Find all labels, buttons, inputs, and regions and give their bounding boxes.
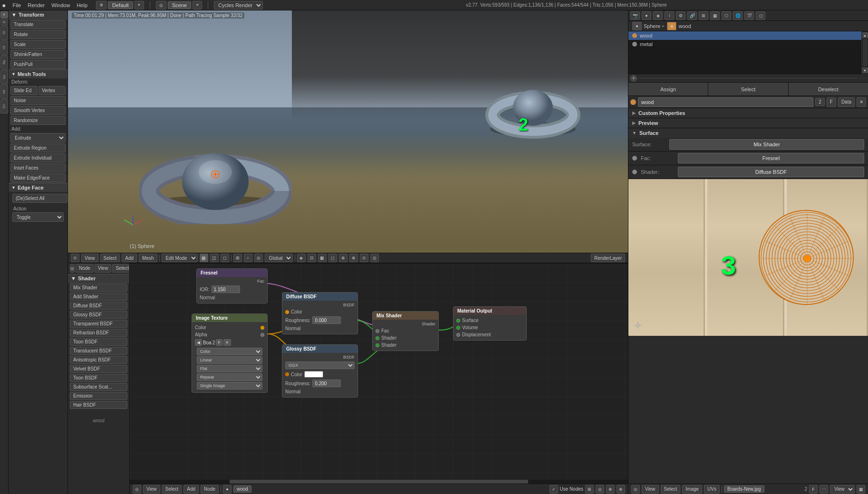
ne-icon-4[interactable]: ⊗: [617, 485, 625, 494]
translate-btn[interactable]: Translate: [10, 20, 66, 29]
rp-scene-icon[interactable]: ◻: [756, 11, 765, 20]
push-pull-btn[interactable]: PushPull: [10, 60, 66, 69]
tab-uv[interactable]: UV: [0, 99, 8, 114]
ne-icon-3[interactable]: ⊕: [606, 485, 615, 494]
rp-uvs-menu[interactable]: UVs: [704, 485, 720, 494]
ne-icon-1[interactable]: ⊞: [585, 485, 594, 494]
vertex-btn[interactable]: Vertex: [39, 86, 66, 95]
img-prev-btn[interactable]: ◀: [195, 339, 202, 346]
ne-hscrollbar-thumb[interactable]: [230, 480, 529, 484]
view-icon-7[interactable]: ⊙: [360, 254, 368, 262]
emission-btn[interactable]: Emission: [70, 392, 127, 400]
view-icon-6[interactable]: ⊗: [349, 254, 358, 262]
translucent-bsdf-btn[interactable]: Translucent BSDF: [70, 347, 127, 355]
mat-name-input[interactable]: [638, 97, 813, 107]
view-icon-5[interactable]: ⊕: [339, 254, 347, 262]
ne-bottom-icon[interactable]: ◎: [133, 485, 141, 494]
rp-physics-icon[interactable]: ⚙: [676, 11, 685, 20]
glossy-color-swatch[interactable]: [304, 371, 323, 378]
rp-dots[interactable]: ⋯: [820, 485, 828, 494]
img-f-btn[interactable]: F: [216, 339, 222, 346]
view-icon-1[interactable]: ◈: [297, 254, 306, 262]
view-icon-3[interactable]: ▦: [318, 254, 327, 262]
renderlayer-btn[interactable]: RenderLayer: [591, 254, 625, 262]
custom-props-title[interactable]: ▶ Custom Properties: [628, 108, 868, 118]
proportional-icon[interactable]: ○: [244, 254, 252, 262]
edit-mode-select[interactable]: Edit Mode: [162, 254, 198, 262]
snap-icon[interactable]: ⊞: [233, 254, 242, 262]
image-tex-header[interactable]: Image Texture: [192, 314, 267, 322]
pivot-icon[interactable]: ◎: [254, 254, 263, 262]
slide-ed-btn[interactable]: Slide Ed: [10, 86, 38, 95]
rp-f-btn[interactable]: F: [809, 485, 818, 494]
material-item-metal[interactable]: metal: [628, 40, 868, 48]
mat-data-btn[interactable]: Data: [838, 97, 855, 107]
mat-x-btn[interactable]: ✕: [857, 97, 866, 107]
select-menu[interactable]: Select: [100, 254, 120, 262]
rp-data-icon[interactable]: ▦: [710, 11, 720, 20]
randomize-btn[interactable]: Randomize: [10, 116, 66, 125]
add-menu[interactable]: Add: [122, 254, 137, 262]
shader-value-btn[interactable]: Diffuse BSDF: [678, 167, 864, 177]
flat-select[interactable]: Flat: [197, 365, 262, 372]
preview-title[interactable]: ▶ Preview: [628, 118, 868, 128]
diffuse-bsdf-btn[interactable]: Diffuse BSDF: [70, 302, 127, 310]
shrink-flatten-btn[interactable]: Shrink/Fatten: [10, 50, 66, 59]
mix-shader-btn[interactable]: Mix Shader: [70, 284, 127, 292]
transform-section-header[interactable]: ▼ Transform: [9, 10, 68, 19]
viewport-mode-icon[interactable]: ⊙: [71, 254, 79, 262]
view-menu[interactable]: View: [81, 254, 98, 262]
mesh-menu[interactable]: Mesh: [139, 254, 157, 262]
scene-name[interactable]: Scene: [168, 1, 191, 9]
ne-add-menu-btn[interactable]: Add: [183, 485, 199, 494]
mesh-face-icon[interactable]: ◻: [221, 254, 229, 262]
ne-mat-icon[interactable]: ●: [223, 485, 231, 494]
view-icon-2[interactable]: ⊡: [308, 254, 316, 262]
extrude-individual-btn[interactable]: Extrude Individual: [10, 153, 66, 162]
rotate-btn[interactable]: Rotate: [10, 30, 66, 39]
scene-close[interactable]: ✕: [193, 1, 202, 10]
tab-sculpt[interactable]: Sc: [0, 40, 8, 55]
rp-world-icon[interactable]: 🌐: [733, 11, 743, 20]
toon-bsdf-btn2[interactable]: Toon BSDF: [70, 374, 127, 382]
mat-scroll-down[interactable]: ▼: [862, 67, 868, 73]
diffuse-header[interactable]: Diffuse BSDF: [282, 293, 357, 301]
tab-anim[interactable]: An: [0, 85, 8, 99]
menu-file[interactable]: File: [10, 1, 24, 9]
single-image-select[interactable]: Single Image: [197, 382, 262, 390]
ne-icon-2[interactable]: ◎: [596, 485, 604, 494]
tab-retopo[interactable]: Re: [0, 55, 8, 69]
menu-help[interactable]: Help: [74, 1, 90, 9]
layout-icon[interactable]: ⊞: [96, 1, 106, 10]
shader-section-header[interactable]: ▼ Shader: [68, 274, 129, 283]
action-select[interactable]: Toggle: [12, 212, 64, 222]
ne-select-menu[interactable]: Select: [112, 264, 130, 273]
view-icon-4[interactable]: ◻: [328, 254, 337, 262]
glossy-roughness-input[interactable]: [312, 380, 341, 387]
mix-shader-header[interactable]: Mix Shader: [373, 312, 438, 320]
deselect-all-btn[interactable]: (De)Select All: [12, 194, 68, 203]
repeat-select[interactable]: Repeat: [197, 373, 262, 381]
mat-scroll-up[interactable]: ▲: [862, 32, 868, 38]
ne-node-menu[interactable]: Node: [76, 264, 94, 273]
add-shader-btn[interactable]: Add Shader: [70, 293, 127, 301]
rp-particle-icon[interactable]: ⁞: [665, 11, 674, 20]
transparent-bsdf-btn[interactable]: Transparent BSDF: [70, 320, 127, 328]
material-item-wood[interactable]: wood: [628, 31, 868, 40]
extrude-select[interactable]: Extrude: [10, 133, 66, 142]
glossy-dist-select[interactable]: GGX: [285, 361, 355, 369]
surface-section-title[interactable]: ▼ Surface: [628, 128, 868, 138]
color-mode-select[interactable]: Color: [197, 348, 262, 355]
diffuse-roughness-input[interactable]: [312, 316, 341, 324]
toon-bsdf-btn[interactable]: Toon BSDF: [70, 338, 127, 346]
menu-render[interactable]: Render: [25, 1, 48, 9]
tab-props[interactable]: N: [0, 19, 8, 25]
rp-sphere-icon[interactable]: ●: [642, 11, 651, 20]
velvet-bsdf-btn[interactable]: Velvet BSDF: [70, 365, 127, 373]
rp-object-icon[interactable]: ⬡: [722, 11, 731, 20]
ne-view-menu-btn[interactable]: View: [143, 485, 160, 494]
breadcrumb-wood[interactable]: wood: [678, 23, 691, 29]
view-icon-8[interactable]: ◎: [370, 254, 379, 262]
fresnel-node-header[interactable]: Fresnel: [197, 269, 267, 277]
assign-btn[interactable]: Assign: [628, 83, 708, 95]
